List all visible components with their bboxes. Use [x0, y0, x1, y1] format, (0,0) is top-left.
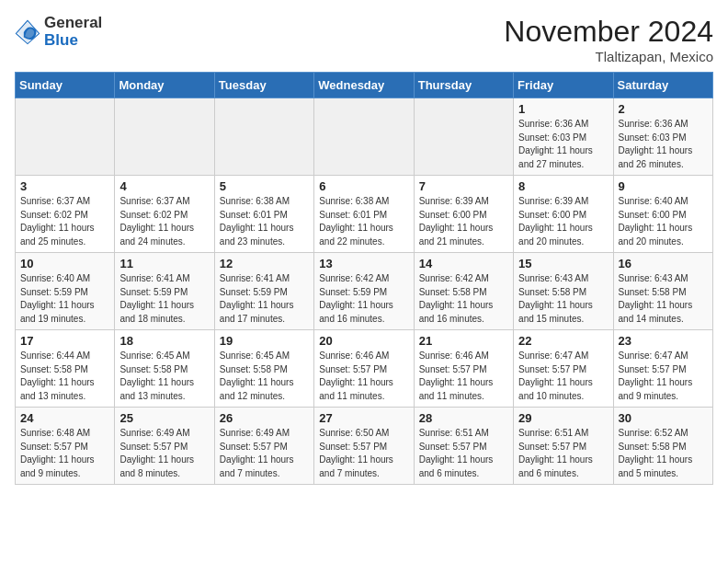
logo-general: General [44, 15, 102, 32]
day-number: 24 [20, 411, 109, 425]
day-info: Sunrise: 6:49 AM Sunset: 5:57 PM Dayligh… [119, 427, 209, 480]
day-number: 14 [419, 257, 508, 270]
day-number: 22 [518, 334, 608, 348]
title-block: November 2024 Tlaltizapan, Mexico [504, 15, 713, 64]
calendar-cell [314, 98, 414, 176]
day-number: 10 [20, 257, 109, 270]
day-info: Sunrise: 6:49 AM Sunset: 5:57 PM Dayligh… [220, 427, 309, 480]
day-info: Sunrise: 6:51 AM Sunset: 5:57 PM Dayligh… [518, 427, 608, 480]
day-number: 7 [419, 179, 508, 193]
calendar-cell [414, 98, 513, 176]
logo-text: General Blue [44, 15, 102, 49]
day-info: Sunrise: 6:38 AM Sunset: 6:01 PM Dayligh… [319, 195, 408, 248]
day-info: Sunrise: 6:45 AM Sunset: 5:58 PM Dayligh… [119, 350, 209, 403]
weekday-header-thursday: Thursday [414, 73, 513, 98]
calendar-cell: 27Sunrise: 6:50 AM Sunset: 5:57 PM Dayli… [314, 408, 414, 485]
calendar-cell: 2Sunrise: 6:36 AM Sunset: 6:03 PM Daylig… [613, 98, 712, 176]
day-number: 6 [319, 179, 408, 193]
day-info: Sunrise: 6:39 AM Sunset: 6:00 PM Dayligh… [419, 195, 508, 248]
day-info: Sunrise: 6:43 AM Sunset: 5:58 PM Dayligh… [619, 272, 708, 326]
calendar-cell: 19Sunrise: 6:45 AM Sunset: 5:58 PM Dayli… [214, 330, 313, 408]
calendar-cell: 6Sunrise: 6:38 AM Sunset: 6:01 PM Daylig… [314, 176, 414, 253]
weekday-header-monday: Monday [115, 73, 214, 98]
day-info: Sunrise: 6:45 AM Sunset: 5:58 PM Dayligh… [220, 350, 309, 403]
calendar-cell: 26Sunrise: 6:49 AM Sunset: 5:57 PM Dayli… [214, 408, 313, 485]
calendar-cell: 30Sunrise: 6:52 AM Sunset: 5:58 PM Dayli… [613, 408, 712, 485]
logo-icon [15, 19, 40, 45]
day-info: Sunrise: 6:42 AM Sunset: 5:58 PM Dayligh… [419, 272, 508, 326]
calendar-cell: 5Sunrise: 6:38 AM Sunset: 6:01 PM Daylig… [214, 176, 313, 253]
calendar-cell: 13Sunrise: 6:42 AM Sunset: 5:59 PM Dayli… [314, 253, 414, 330]
day-number: 15 [518, 257, 608, 270]
calendar-cell: 10Sunrise: 6:40 AM Sunset: 5:59 PM Dayli… [16, 253, 115, 330]
day-number: 4 [119, 179, 209, 193]
day-number: 8 [518, 179, 608, 193]
day-info: Sunrise: 6:36 AM Sunset: 6:03 PM Dayligh… [619, 118, 708, 171]
calendar-cell: 4Sunrise: 6:37 AM Sunset: 6:02 PM Daylig… [115, 176, 214, 253]
day-number: 12 [220, 257, 309, 270]
calendar-cell: 14Sunrise: 6:42 AM Sunset: 5:58 PM Dayli… [414, 253, 513, 330]
day-info: Sunrise: 6:37 AM Sunset: 6:02 PM Dayligh… [20, 195, 109, 248]
day-number: 26 [220, 411, 309, 425]
calendar-cell: 20Sunrise: 6:46 AM Sunset: 5:57 PM Dayli… [314, 330, 414, 408]
logo: General Blue [15, 15, 102, 49]
calendar-week-4: 17Sunrise: 6:44 AM Sunset: 5:58 PM Dayli… [16, 330, 713, 408]
day-info: Sunrise: 6:40 AM Sunset: 6:00 PM Dayligh… [619, 195, 708, 248]
calendar-cell: 28Sunrise: 6:51 AM Sunset: 5:57 PM Dayli… [414, 408, 513, 485]
day-info: Sunrise: 6:41 AM Sunset: 5:59 PM Dayligh… [119, 272, 209, 326]
day-info: Sunrise: 6:46 AM Sunset: 5:57 PM Dayligh… [419, 350, 508, 403]
day-number: 21 [419, 334, 508, 348]
day-info: Sunrise: 6:41 AM Sunset: 5:59 PM Dayligh… [220, 272, 309, 326]
calendar-cell: 23Sunrise: 6:47 AM Sunset: 5:57 PM Dayli… [613, 330, 712, 408]
day-number: 23 [619, 334, 708, 348]
day-info: Sunrise: 6:47 AM Sunset: 5:57 PM Dayligh… [619, 350, 708, 403]
calendar-header: SundayMondayTuesdayWednesdayThursdayFrid… [16, 73, 713, 98]
day-number: 16 [619, 257, 708, 270]
logo-blue: Blue [44, 32, 102, 50]
day-info: Sunrise: 6:40 AM Sunset: 5:59 PM Dayligh… [20, 272, 109, 326]
calendar-cell: 11Sunrise: 6:41 AM Sunset: 5:59 PM Dayli… [115, 253, 214, 330]
calendar-cell: 8Sunrise: 6:39 AM Sunset: 6:00 PM Daylig… [514, 176, 613, 253]
day-number: 2 [619, 102, 708, 116]
calendar-cell: 25Sunrise: 6:49 AM Sunset: 5:57 PM Dayli… [115, 408, 214, 485]
day-number: 9 [619, 179, 708, 193]
day-number: 11 [119, 257, 209, 270]
day-info: Sunrise: 6:48 AM Sunset: 5:57 PM Dayligh… [20, 427, 109, 480]
weekday-header-sunday: Sunday [16, 73, 115, 98]
day-info: Sunrise: 6:44 AM Sunset: 5:58 PM Dayligh… [20, 350, 109, 403]
calendar-week-5: 24Sunrise: 6:48 AM Sunset: 5:57 PM Dayli… [16, 408, 713, 485]
day-info: Sunrise: 6:36 AM Sunset: 6:03 PM Dayligh… [518, 118, 608, 171]
day-info: Sunrise: 6:39 AM Sunset: 6:00 PM Dayligh… [518, 195, 608, 248]
day-number: 5 [220, 179, 309, 193]
calendar-cell: 9Sunrise: 6:40 AM Sunset: 6:00 PM Daylig… [613, 176, 712, 253]
calendar-cell: 17Sunrise: 6:44 AM Sunset: 5:58 PM Dayli… [16, 330, 115, 408]
day-info: Sunrise: 6:43 AM Sunset: 5:58 PM Dayligh… [518, 272, 608, 326]
page-header: General Blue November 2024 Tlaltizapan, … [15, 15, 713, 64]
main-title: November 2024 [504, 15, 713, 49]
day-number: 13 [319, 257, 408, 270]
calendar-week-3: 10Sunrise: 6:40 AM Sunset: 5:59 PM Dayli… [16, 253, 713, 330]
calendar-cell: 1Sunrise: 6:36 AM Sunset: 6:03 PM Daylig… [514, 98, 613, 176]
calendar-cell: 12Sunrise: 6:41 AM Sunset: 5:59 PM Dayli… [214, 253, 313, 330]
calendar-cell: 22Sunrise: 6:47 AM Sunset: 5:57 PM Dayli… [514, 330, 613, 408]
day-number: 18 [119, 334, 209, 348]
day-number: 3 [20, 179, 109, 193]
calendar-cell: 21Sunrise: 6:46 AM Sunset: 5:57 PM Dayli… [414, 330, 513, 408]
subtitle: Tlaltizapan, Mexico [504, 49, 713, 64]
calendar-cell: 18Sunrise: 6:45 AM Sunset: 5:58 PM Dayli… [115, 330, 214, 408]
day-number: 29 [518, 411, 608, 425]
calendar-table: SundayMondayTuesdayWednesdayThursdayFrid… [15, 72, 713, 485]
day-number: 25 [119, 411, 209, 425]
calendar-cell [115, 98, 214, 176]
weekday-header-tuesday: Tuesday [214, 73, 313, 98]
calendar-cell [214, 98, 313, 176]
day-info: Sunrise: 6:50 AM Sunset: 5:57 PM Dayligh… [319, 427, 408, 480]
calendar-cell: 3Sunrise: 6:37 AM Sunset: 6:02 PM Daylig… [16, 176, 115, 253]
weekday-header-saturday: Saturday [613, 73, 712, 98]
calendar-cell: 7Sunrise: 6:39 AM Sunset: 6:00 PM Daylig… [414, 176, 513, 253]
day-info: Sunrise: 6:46 AM Sunset: 5:57 PM Dayligh… [319, 350, 408, 403]
day-number: 19 [220, 334, 309, 348]
weekday-header-wednesday: Wednesday [314, 73, 414, 98]
weekday-header-friday: Friday [514, 73, 613, 98]
calendar-week-2: 3Sunrise: 6:37 AM Sunset: 6:02 PM Daylig… [16, 176, 713, 253]
